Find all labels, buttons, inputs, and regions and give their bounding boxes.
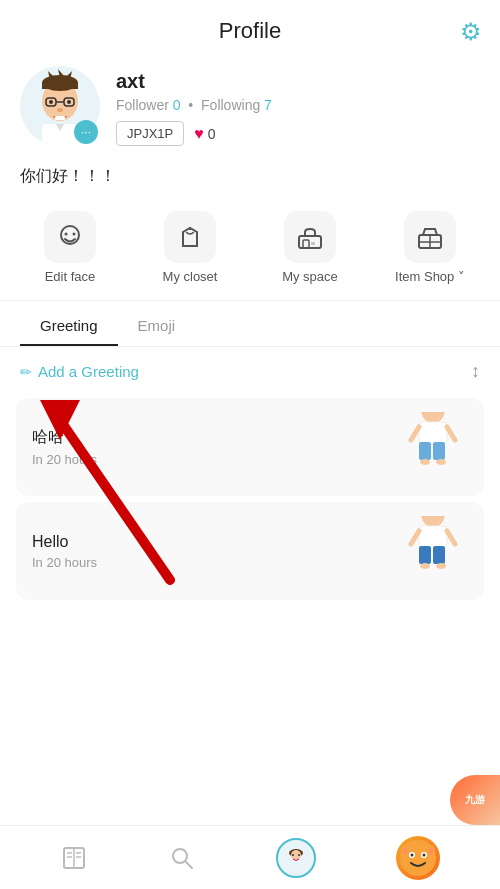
heart-icon: ♥ xyxy=(194,125,204,143)
svg-rect-27 xyxy=(419,422,447,444)
item-shop-icon xyxy=(404,211,456,263)
nav-avatar xyxy=(276,838,316,878)
profile-section: ··· axt Follower 0 • Following 7 JPJX1P … xyxy=(0,56,500,160)
greeting-text-2: Hello xyxy=(32,533,398,551)
profile-info: axt Follower 0 • Following 7 JPJX1P ♥ 0 xyxy=(116,66,480,146)
greeting-time-2: In 20 hours xyxy=(32,555,398,570)
nav-search[interactable] xyxy=(168,844,196,872)
svg-line-42 xyxy=(447,531,455,544)
svg-point-71 xyxy=(429,847,433,854)
item-shop-button[interactable]: Item Shop ˅ xyxy=(390,211,470,284)
edit-face-icon xyxy=(44,211,96,263)
heart-number: 0 xyxy=(208,126,216,142)
my-closet-button[interactable]: My closet xyxy=(150,211,230,284)
my-space-icon xyxy=(284,211,336,263)
add-greeting-row: ✏ Add a Greeting ↕ xyxy=(0,347,500,392)
sort-icon[interactable]: ↕ xyxy=(471,361,480,382)
svg-point-67 xyxy=(423,853,426,856)
settings-icon[interactable]: ⚙ xyxy=(460,18,482,46)
following-count: 7 xyxy=(264,97,272,113)
my-space-button[interactable]: My space xyxy=(270,211,350,284)
my-space-label: My space xyxy=(282,269,338,284)
username: axt xyxy=(116,70,480,93)
following-label[interactable]: Following xyxy=(201,97,260,113)
greeting-text-block-1: 哈哈 In 20 hours xyxy=(32,427,398,467)
action-grid: Edit face My closet My space xyxy=(0,203,500,301)
svg-rect-13 xyxy=(55,116,65,120)
svg-rect-28 xyxy=(419,442,431,460)
svg-line-41 xyxy=(411,531,419,544)
svg-rect-39 xyxy=(419,546,431,564)
tabs: Greeting Emoji xyxy=(0,305,500,347)
book-icon xyxy=(60,844,88,872)
svg-line-30 xyxy=(411,427,419,440)
item-shop-label: Item Shop ˅ xyxy=(395,269,465,284)
svg-rect-3 xyxy=(42,83,78,89)
svg-point-62 xyxy=(298,854,300,856)
svg-point-66 xyxy=(411,853,414,856)
greeting-card-1[interactable]: 哈哈 In 20 hours xyxy=(16,398,484,496)
svg-line-57 xyxy=(185,861,192,868)
svg-point-10 xyxy=(49,100,53,104)
svg-point-25 xyxy=(421,412,445,423)
svg-point-32 xyxy=(420,459,430,465)
bio-section: 你们好！！！ xyxy=(0,160,500,203)
tab-emoji[interactable]: Emoji xyxy=(118,305,196,346)
blob-avatar xyxy=(396,836,440,880)
pencil-icon: ✏ xyxy=(20,364,32,380)
svg-point-33 xyxy=(436,459,446,465)
greeting-text-block-2: Hello In 20 hours xyxy=(32,533,398,570)
edit-face-button[interactable]: Edit face xyxy=(30,211,110,284)
follower-label[interactable]: Follower xyxy=(116,97,169,113)
follower-count: 0 xyxy=(173,97,181,113)
page-title: Profile xyxy=(219,18,281,44)
my-closet-icon xyxy=(164,211,216,263)
edit-face-label: Edit face xyxy=(45,269,96,284)
svg-rect-20 xyxy=(303,240,309,248)
svg-point-12 xyxy=(57,108,63,112)
svg-rect-38 xyxy=(419,526,447,548)
svg-point-17 xyxy=(73,233,76,236)
svg-rect-40 xyxy=(433,546,445,564)
nav-profile[interactable] xyxy=(276,838,316,878)
profile-actions: JPJX1P ♥ 0 xyxy=(116,121,480,146)
svg-line-31 xyxy=(447,427,455,440)
add-greeting-button[interactable]: ✏ Add a Greeting xyxy=(20,363,139,380)
user-id-button[interactable]: JPJX1P xyxy=(116,121,184,146)
greeting-avatar-1 xyxy=(398,412,468,482)
more-options-badge[interactable]: ··· xyxy=(74,120,98,144)
avatar-wrapper[interactable]: ··· xyxy=(20,66,100,146)
svg-point-16 xyxy=(65,233,68,236)
greeting-figure-2 xyxy=(401,516,466,586)
search-icon xyxy=(168,844,196,872)
svg-point-70 xyxy=(403,847,407,854)
my-closet-label: My closet xyxy=(163,269,218,284)
bio-text: 你们好！！！ xyxy=(20,167,116,184)
svg-point-36 xyxy=(421,516,445,527)
jiuyou-watermark: 九游 xyxy=(450,775,500,825)
greeting-figure-1 xyxy=(401,412,466,482)
svg-point-43 xyxy=(420,563,430,569)
heart-count: ♥ 0 xyxy=(194,125,215,143)
jiuyou-text: 九游 xyxy=(465,793,485,807)
svg-rect-29 xyxy=(433,442,445,460)
profile-stats: Follower 0 • Following 7 xyxy=(116,97,480,113)
greeting-avatar-2 xyxy=(398,516,468,586)
greeting-time-1: In 20 hours xyxy=(32,452,398,467)
svg-rect-21 xyxy=(311,242,315,245)
nav-book[interactable] xyxy=(60,844,88,872)
bottom-nav xyxy=(0,825,500,889)
svg-point-61 xyxy=(292,854,294,856)
nav-blob[interactable] xyxy=(396,836,440,880)
header: Profile ⚙ xyxy=(0,0,500,56)
tab-greeting[interactable]: Greeting xyxy=(20,305,118,346)
greeting-text-1: 哈哈 xyxy=(32,427,398,448)
svg-point-44 xyxy=(436,563,446,569)
add-greeting-label: Add a Greeting xyxy=(38,363,139,380)
svg-point-11 xyxy=(67,100,71,104)
greeting-card-2[interactable]: Hello In 20 hours xyxy=(16,502,484,600)
